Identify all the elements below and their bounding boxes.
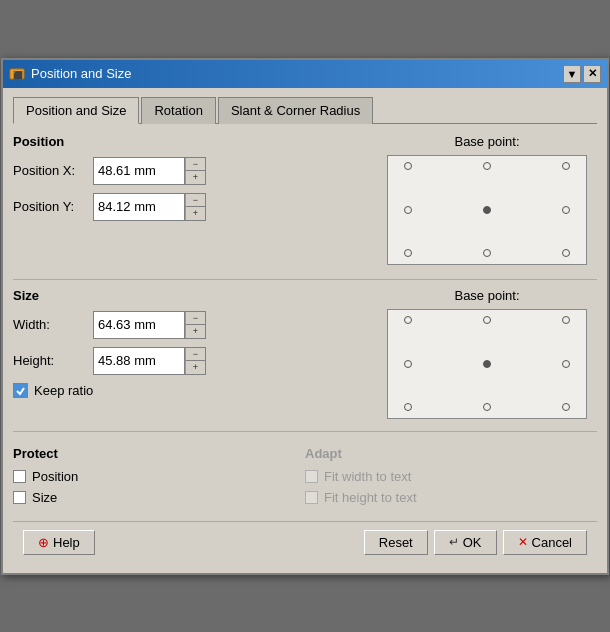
position-x-spinfield: − + [93,157,206,185]
bp-bot-left[interactable] [404,249,412,257]
bp-mid-center[interactable] [483,206,491,214]
protect-section-label: Protect [13,446,305,461]
ok-icon: ↵ [449,535,459,549]
divider-protect [13,431,597,432]
minimize-button[interactable]: ▼ [563,65,581,83]
tab-content: Position Position X: − + Position Y: [13,124,597,563]
position-x-decrement[interactable]: + [185,171,205,184]
position-section: Position Position X: − + Position Y: [13,134,597,265]
sz-bp-mid-right[interactable] [562,360,570,368]
height-increment[interactable]: − [185,348,205,361]
height-row: Height: − + [13,347,367,375]
help-button[interactable]: ⊕ Help [23,530,95,555]
width-label: Width: [13,317,93,332]
tab-position-size[interactable]: Position and Size [13,97,139,124]
protect-size-item: Size [13,490,305,505]
adapt-height-item: Fit height to text [305,490,597,505]
tab-slant[interactable]: Slant & Corner Radius [218,97,373,124]
size-content: Size Width: − + [13,288,597,419]
dialog-position-size: ⬛ Position and Size ▼ ✕ Position and Siz… [1,58,609,575]
sz-bp-bot-right[interactable] [562,403,570,411]
keep-ratio-checkbox[interactable] [13,383,28,398]
protect-size-label: Size [32,490,57,505]
bp-top-right[interactable] [562,162,570,170]
position-y-decrement[interactable]: + [185,207,205,220]
action-buttons: Reset ↵ OK ✕ Cancel [364,530,587,555]
position-section-label: Position [13,134,367,149]
width-increment[interactable]: − [185,312,205,325]
sz-bp-top-center[interactable] [483,316,491,324]
position-x-label: Position X: [13,163,93,178]
position-x-input[interactable] [94,161,184,180]
position-y-input[interactable] [94,197,184,216]
bp-top-center[interactable] [483,162,491,170]
sz-bp-bot-left[interactable] [404,403,412,411]
height-decrement[interactable]: + [185,361,205,374]
adapt-column: Adapt Fit width to text Fit height to te… [305,446,597,511]
height-input[interactable] [94,351,184,370]
adapt-width-item: Fit width to text [305,469,597,484]
dialog-body: Position and Size Rotation Slant & Corne… [3,88,607,573]
width-decrement[interactable]: + [185,325,205,338]
size-section: Size Width: − + [13,279,597,419]
dialog-title: Position and Size [31,66,131,81]
ok-button[interactable]: ↵ OK [434,530,497,555]
keep-ratio-label: Keep ratio [34,383,93,398]
width-spinfield: − + [93,311,206,339]
sz-bp-top-left[interactable] [404,316,412,324]
title-bar-left: ⬛ Position and Size [9,66,131,82]
position-x-row: Position X: − + [13,157,367,185]
position-base-point-label: Base point: [377,134,597,149]
position-y-increment[interactable]: − [185,194,205,207]
tab-rotation[interactable]: Rotation [141,97,215,124]
width-input[interactable] [94,315,184,334]
adapt-width-checkbox[interactable] [305,470,318,483]
keep-ratio-check-icon [15,385,26,396]
divider-size [13,279,597,280]
size-section-label: Size [13,288,367,303]
height-label: Height: [13,353,93,368]
bp-bot-right[interactable] [562,249,570,257]
cancel-label: Cancel [532,535,572,550]
bp-bot-center[interactable] [483,249,491,257]
bottom-bar: ⊕ Help Reset ↵ OK ✕ Cancel [13,521,597,563]
close-button[interactable]: ✕ [583,65,601,83]
position-y-spinner: − + [184,194,205,220]
sz-bp-mid-left[interactable] [404,360,412,368]
size-base-point-grid[interactable] [387,309,587,419]
app-icon: ⬛ [9,66,25,82]
height-spinfield: − + [93,347,206,375]
sz-bp-bot-center[interactable] [483,403,491,411]
protect-position-checkbox[interactable] [13,470,26,483]
title-buttons: ▼ ✕ [563,65,601,83]
protect-position-item: Position [13,469,305,484]
size-base-point-label: Base point: [377,288,597,303]
position-x-spinner: − + [184,158,205,184]
position-right: Base point: [377,134,597,265]
reset-button[interactable]: Reset [364,530,428,555]
adapt-height-label: Fit height to text [324,490,417,505]
protect-column: Protect Position Size [13,446,305,511]
adapt-height-checkbox[interactable] [305,491,318,504]
help-label: Help [53,535,80,550]
help-icon: ⊕ [38,535,49,550]
cancel-icon: ✕ [518,535,528,549]
size-right: Base point: [377,288,597,419]
width-spinner: − + [184,312,205,338]
bp-mid-right[interactable] [562,206,570,214]
ok-label: OK [463,535,482,550]
reset-label: Reset [379,535,413,550]
position-y-row: Position Y: − + [13,193,367,221]
bp-top-left[interactable] [404,162,412,170]
cancel-button[interactable]: ✕ Cancel [503,530,587,555]
protect-size-checkbox[interactable] [13,491,26,504]
sz-bp-top-right[interactable] [562,316,570,324]
position-left: Position Position X: − + Position Y: [13,134,367,265]
position-y-label: Position Y: [13,199,93,214]
position-base-point-grid[interactable] [387,155,587,265]
protect-position-label: Position [32,469,78,484]
bp-mid-left[interactable] [404,206,412,214]
title-bar: ⬛ Position and Size ▼ ✕ [3,60,607,88]
position-x-increment[interactable]: − [185,158,205,171]
sz-bp-mid-center[interactable] [483,360,491,368]
